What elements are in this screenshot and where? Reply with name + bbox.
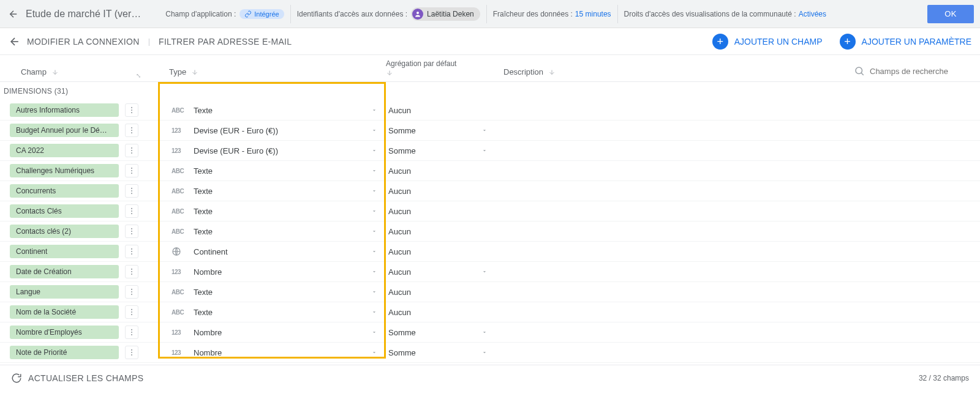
- svg-point-12: [131, 170, 132, 171]
- aggregation-value: Aucun: [388, 227, 496, 236]
- svg-point-23: [131, 248, 132, 250]
- aggregation-dropdown-icon[interactable]: [481, 329, 496, 335]
- row-menu-button[interactable]: [125, 204, 138, 218]
- type-dropdown-icon[interactable]: [371, 349, 386, 355]
- svg-point-9: [131, 150, 132, 151]
- dimension-chip[interactable]: Nombre d'Employés: [10, 326, 119, 339]
- text-type-icon: ABC: [172, 309, 185, 316]
- type-dropdown-icon[interactable]: [371, 147, 386, 154]
- dimension-chip[interactable]: Contacts clés (2): [10, 225, 119, 238]
- aggregation-dropdown-icon[interactable]: [481, 127, 496, 133]
- svg-point-17: [131, 208, 132, 209]
- dimension-chip[interactable]: Concurrents: [10, 184, 119, 198]
- scope-value: Intégrée: [254, 10, 279, 18]
- dimension-chip[interactable]: Autres Informations: [10, 103, 119, 117]
- refresh-icon: [11, 373, 22, 384]
- dimension-chip[interactable]: Date de Création: [10, 265, 119, 278]
- dimension-chip[interactable]: Note de Priorité: [10, 346, 119, 359]
- plus-icon: +: [712, 34, 728, 50]
- aggregation-dropdown-icon[interactable]: [481, 147, 496, 154]
- number-type-icon: 123: [172, 269, 185, 275]
- modify-connection-button[interactable]: MODIFIER LA CONNEXION: [27, 37, 140, 47]
- back-arrow-icon[interactable]: [6, 7, 21, 21]
- aggregation-dropdown-icon[interactable]: [481, 269, 496, 275]
- refresh-fields-button[interactable]: ACTUALISER LES CHAMPS: [11, 373, 143, 384]
- header-aggregation[interactable]: Agrégation par défaut: [386, 59, 496, 76]
- dimension-chip[interactable]: Contacts Clés: [10, 204, 119, 218]
- number-type-icon: 123: [172, 349, 185, 356]
- type-value: Nombre: [194, 348, 363, 357]
- type-dropdown-icon[interactable]: [371, 329, 386, 335]
- row-menu-button[interactable]: [125, 124, 138, 137]
- type-value: Nombre: [194, 328, 363, 337]
- svg-point-40: [131, 352, 132, 353]
- row-menu-button[interactable]: [125, 103, 138, 117]
- header-champ[interactable]: Champ: [0, 67, 157, 76]
- type-dropdown-icon[interactable]: [371, 228, 386, 234]
- type-dropdown-icon[interactable]: [371, 289, 386, 295]
- svg-point-35: [131, 314, 132, 315]
- type-dropdown-icon[interactable]: [371, 248, 386, 255]
- resize-handle-icon[interactable]: ⤡: [136, 72, 141, 79]
- svg-point-14: [131, 188, 132, 189]
- svg-point-39: [131, 349, 132, 351]
- search-input[interactable]: [870, 67, 968, 76]
- row-menu-button[interactable]: [125, 144, 138, 157]
- add-parameter-button[interactable]: + AJOUTER UN PARAMÈTRE: [840, 34, 971, 50]
- back-action-icon[interactable]: [9, 35, 21, 48]
- row-menu-button[interactable]: [125, 285, 138, 299]
- sort-arrow-icon: [191, 69, 198, 76]
- type-dropdown-icon[interactable]: [371, 309, 386, 315]
- type-dropdown-icon[interactable]: [371, 269, 386, 275]
- svg-point-31: [131, 291, 132, 292]
- scope-chip[interactable]: Intégrée: [239, 9, 284, 19]
- dimension-chip[interactable]: Langue: [10, 285, 119, 299]
- row-menu-button[interactable]: [125, 245, 138, 258]
- type-dropdown-icon[interactable]: [371, 168, 386, 174]
- globe-icon: [172, 247, 185, 256]
- community-value[interactable]: Activées: [799, 10, 826, 18]
- header-type[interactable]: Type: [157, 67, 386, 76]
- svg-point-0: [417, 12, 419, 14]
- row-menu-button[interactable]: [125, 305, 138, 319]
- dimension-chip[interactable]: Nom de la Société: [10, 305, 119, 319]
- dimension-chip[interactable]: Budget Annuel pour le Dé…: [10, 124, 119, 137]
- filter-email-button[interactable]: FILTRER PAR ADRESSE E-MAIL: [159, 37, 292, 47]
- svg-point-22: [131, 233, 132, 234]
- freshness-value[interactable]: 15 minutes: [575, 10, 611, 18]
- type-dropdown-icon[interactable]: [371, 107, 386, 113]
- type-dropdown-icon[interactable]: [371, 188, 386, 194]
- row-menu-button[interactable]: [125, 326, 138, 339]
- svg-point-15: [131, 190, 132, 192]
- number-type-icon: 123: [172, 127, 185, 134]
- dimension-chip[interactable]: Continent: [10, 245, 119, 258]
- aggregation-value: Aucun: [388, 166, 496, 176]
- type-value: Texte: [194, 288, 363, 297]
- row-menu-button[interactable]: [125, 265, 138, 278]
- field-counter: 32 / 32 champs: [919, 374, 969, 382]
- ok-button[interactable]: OK: [927, 5, 974, 23]
- refresh-fields-label: ACTUALISER LES CHAMPS: [28, 373, 143, 383]
- add-parameter-label: AJOUTER UN PARAMÈTRE: [862, 37, 971, 47]
- aggregation-dropdown-icon[interactable]: [481, 349, 496, 355]
- svg-point-32: [131, 294, 132, 295]
- svg-point-11: [131, 168, 132, 169]
- type-dropdown-icon[interactable]: [371, 127, 386, 133]
- text-type-icon: ABC: [172, 107, 185, 114]
- aggregation-value: Somme: [388, 146, 481, 155]
- dimension-chip[interactable]: Challenges Numériques: [10, 164, 119, 177]
- row-menu-button[interactable]: [125, 184, 138, 198]
- community-info: Droits d'accès des visualisations de la …: [618, 5, 832, 23]
- svg-point-21: [131, 231, 132, 232]
- dimension-chip[interactable]: CA 2022: [10, 144, 119, 157]
- svg-point-34: [131, 311, 132, 313]
- type-dropdown-icon[interactable]: [371, 208, 386, 214]
- credentials-user-chip[interactable]: Laëtitia Deken: [411, 7, 480, 21]
- add-field-button[interactable]: + AJOUTER UN CHAMP: [712, 34, 823, 50]
- row-menu-button[interactable]: [125, 164, 138, 177]
- svg-point-24: [131, 251, 132, 252]
- row-menu-button[interactable]: [125, 225, 138, 238]
- aggregation-value: Aucun: [388, 187, 496, 196]
- header-description[interactable]: Description: [496, 67, 854, 76]
- row-menu-button[interactable]: [125, 346, 138, 359]
